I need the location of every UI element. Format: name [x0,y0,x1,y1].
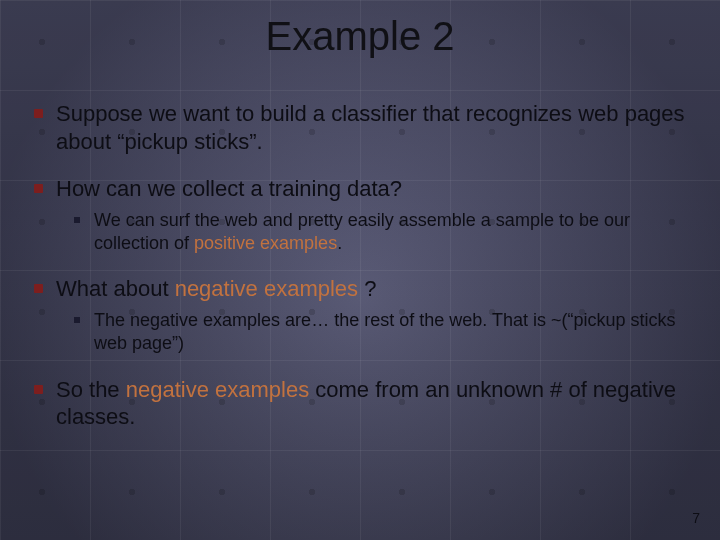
bullet-1: Suppose we want to build a classifier th… [30,100,690,155]
bullet-2: How can we collect a training data? We c… [30,175,690,255]
bullet-1-text: Suppose we want to build a classifier th… [56,101,685,154]
bullet-2-sublist: We can surf the web and pretty easily as… [72,209,690,256]
bullet-3-sub-1-text: The negative examples are… the rest of t… [94,310,675,353]
page-number: 7 [692,510,700,526]
bullet-2-sub-1-a: We can surf the web and pretty easily as… [94,210,630,253]
bullet-4-a: So the [56,377,126,402]
slide-body: Suppose we want to build a classifier th… [30,100,690,451]
slide-title: Example 2 [0,14,720,59]
bullet-3-a: What about [56,276,175,301]
positive-examples-text: positive examples [194,233,337,253]
negative-examples-text-2: negative examples [126,377,309,402]
bullet-3: What about negative examples ? The negat… [30,275,690,355]
bullet-2-sub-1-b: . [337,233,342,253]
bullet-list: Suppose we want to build a classifier th… [30,100,690,431]
bullet-3-sub-1: The negative examples are… the rest of t… [72,309,690,356]
bullet-2-sub-1: We can surf the web and pretty easily as… [72,209,690,256]
bullet-2-text: How can we collect a training data? [56,176,402,201]
bullet-3-sublist: The negative examples are… the rest of t… [72,309,690,356]
slide: Example 2 Suppose we want to build a cla… [0,0,720,540]
bullet-4: So the negative examples come from an un… [30,376,690,431]
negative-examples-text-1: negative examples [175,276,358,301]
bullet-3-b: ? [358,276,376,301]
